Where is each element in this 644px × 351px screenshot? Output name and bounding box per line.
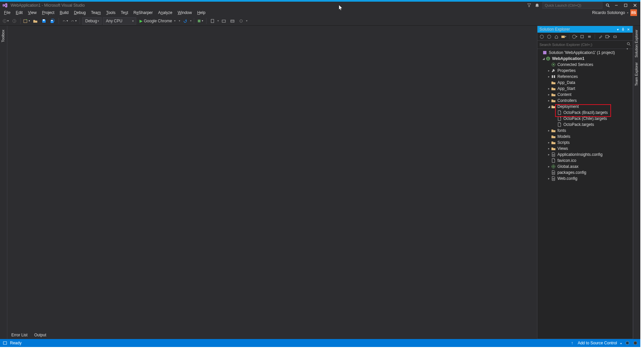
tree-item[interactable]: ▸Content bbox=[537, 92, 633, 98]
nav-back-button[interactable] bbox=[2, 17, 9, 25]
solution-node[interactable]: Solution 'WebApplication1' (1 project) bbox=[537, 50, 633, 56]
publish-up-icon[interactable]: ↑ bbox=[570, 341, 574, 345]
pin-icon[interactable] bbox=[621, 27, 625, 32]
menu-edit[interactable]: Edit bbox=[13, 10, 25, 16]
team-explorer-tab[interactable]: Team Explorer bbox=[633, 60, 640, 88]
svg-rect-9 bbox=[43, 19, 45, 21]
funnel-icon[interactable] bbox=[526, 3, 532, 8]
minimize-button[interactable] bbox=[613, 3, 620, 8]
doc-icon[interactable] bbox=[209, 17, 216, 25]
tree-item[interactable]: ▸Views bbox=[537, 146, 633, 152]
se-properties-icon[interactable] bbox=[597, 34, 603, 40]
open-file-button[interactable] bbox=[32, 17, 39, 25]
se-showall-icon[interactable] bbox=[586, 34, 592, 40]
titlebar-controls bbox=[526, 2, 638, 9]
menu-analyze[interactable]: Analyze bbox=[156, 10, 175, 16]
nav-forward-button[interactable] bbox=[11, 17, 18, 25]
solution-tree[interactable]: Solution 'WebApplication1' (1 project) ◢… bbox=[537, 49, 633, 339]
undo-button[interactable] bbox=[61, 17, 69, 25]
tree-item[interactable]: ▸Scripts bbox=[537, 140, 633, 146]
svg-line-1 bbox=[608, 6, 609, 7]
tree-item[interactable]: Models bbox=[537, 134, 633, 140]
tree-item[interactable]: ▸ApplicationInsights.config bbox=[537, 152, 633, 158]
menu-tools[interactable]: Tools bbox=[104, 10, 118, 16]
notifications-icon[interactable] bbox=[534, 3, 540, 8]
svg-point-36 bbox=[634, 341, 637, 345]
menu-window[interactable]: Window bbox=[175, 10, 195, 16]
se-home-icon[interactable] bbox=[553, 34, 559, 40]
maximize-button[interactable] bbox=[622, 3, 629, 8]
tree-item[interactable]: favicon.ico bbox=[537, 158, 633, 164]
add-source-control-button[interactable]: Add to Source Control bbox=[578, 341, 617, 345]
close-button[interactable] bbox=[632, 3, 638, 8]
menu-resharper[interactable]: ReSharper bbox=[131, 10, 156, 16]
se-sync-icon[interactable]: ▾ bbox=[561, 34, 567, 40]
svg-point-30 bbox=[553, 154, 554, 156]
save-button[interactable] bbox=[40, 17, 48, 25]
tree-item[interactable]: packages.config bbox=[537, 170, 633, 176]
status-circle-icon[interactable] bbox=[625, 341, 630, 345]
start-debug-button[interactable]: ▶ Google Chrome ▾ bbox=[138, 17, 177, 25]
tree-item[interactable]: ▸Properties bbox=[537, 68, 633, 74]
user-avatar[interactable]: RS bbox=[630, 9, 637, 16]
extensions-button[interactable] bbox=[196, 17, 204, 25]
tree-item[interactable]: ▸References bbox=[537, 74, 633, 80]
tree-item[interactable]: ▸Controllers bbox=[537, 98, 633, 104]
menu-file[interactable]: File bbox=[1, 10, 13, 16]
save-all-button[interactable] bbox=[49, 17, 56, 25]
toolbar-btn-a[interactable] bbox=[220, 17, 227, 25]
status-dot-icon[interactable] bbox=[633, 341, 638, 345]
menu-debug[interactable]: Debug bbox=[71, 10, 88, 16]
tree-item[interactable]: OctoPack (Chile).targets bbox=[537, 116, 633, 122]
toolbox-tab[interactable]: Toolbox bbox=[0, 28, 6, 44]
menu-project[interactable]: Project bbox=[39, 10, 57, 16]
svg-point-6 bbox=[3, 19, 6, 23]
se-fwd-icon[interactable]: ◯ bbox=[546, 34, 552, 40]
search-icon[interactable] bbox=[605, 3, 610, 8]
menu-test[interactable]: Test bbox=[118, 10, 131, 16]
tree-item[interactable]: ▸Global.asax bbox=[537, 164, 633, 170]
quick-launch-input[interactable] bbox=[542, 2, 602, 9]
menu-help[interactable]: Help bbox=[194, 10, 208, 16]
user-area[interactable]: Ricardo Sotolongo ▾ RS bbox=[592, 9, 639, 16]
tree-item[interactable]: App_Data bbox=[537, 80, 633, 86]
toolbar-btn-b[interactable] bbox=[229, 17, 236, 25]
tree-item[interactable]: ▸fonts bbox=[537, 128, 633, 134]
svg-rect-17 bbox=[561, 36, 565, 38]
redo-button[interactable] bbox=[70, 17, 77, 25]
statusbar: Ready ↑ Add to Source Control ▴ bbox=[0, 339, 640, 347]
new-project-button[interactable] bbox=[23, 17, 30, 25]
se-collapse-icon[interactable] bbox=[579, 34, 585, 40]
window-position-icon[interactable]: ▾ bbox=[615, 27, 620, 32]
tree-item-label: fonts bbox=[557, 128, 566, 133]
tree-item[interactable]: OctoPack (Brazil).targets bbox=[537, 110, 633, 116]
tree-item[interactable]: ▸Web.config bbox=[537, 176, 633, 181]
close-panel-icon[interactable]: ✕ bbox=[626, 27, 631, 32]
browser-refresh-button[interactable] bbox=[181, 17, 189, 25]
se-preview-icon[interactable]: ▾ bbox=[605, 34, 611, 40]
tree-item[interactable]: Connected Services bbox=[537, 62, 633, 68]
error-list-tab[interactable]: Error List bbox=[10, 332, 29, 338]
tree-item[interactable]: ▸App_Start bbox=[537, 86, 633, 92]
output-tab[interactable]: Output bbox=[33, 332, 48, 338]
ref-icon bbox=[551, 74, 556, 79]
solution-explorer-tab[interactable]: Solution Explorer bbox=[633, 28, 640, 60]
project-node[interactable]: ◢ ⊕ WebApplication1 bbox=[537, 56, 633, 62]
tree-item[interactable]: ◢Deployment bbox=[537, 104, 633, 110]
folder-icon bbox=[551, 134, 556, 139]
menu-build[interactable]: Build bbox=[57, 10, 71, 16]
se-refresh-icon[interactable]: ◯▾ bbox=[572, 34, 578, 40]
platform-combo[interactable]: Any CPU bbox=[103, 17, 136, 25]
svg-point-21 bbox=[627, 43, 630, 45]
solution-explorer-titlebar[interactable]: Solution Explorer ▾ ✕ bbox=[537, 26, 633, 33]
config-combo[interactable]: Debug bbox=[82, 17, 102, 25]
toolbar-btn-c[interactable] bbox=[237, 17, 245, 25]
solution-search-input[interactable] bbox=[537, 41, 633, 49]
tree-item[interactable]: OctoPack.targets bbox=[537, 122, 633, 128]
svg-rect-19 bbox=[606, 35, 608, 38]
se-back-icon[interactable]: ◯ bbox=[539, 34, 545, 40]
se-view-icon[interactable] bbox=[612, 34, 618, 40]
menu-view[interactable]: View bbox=[25, 10, 39, 16]
menu-team[interactable]: Team bbox=[88, 10, 103, 16]
user-name: Ricardo Sotolongo bbox=[592, 10, 625, 15]
